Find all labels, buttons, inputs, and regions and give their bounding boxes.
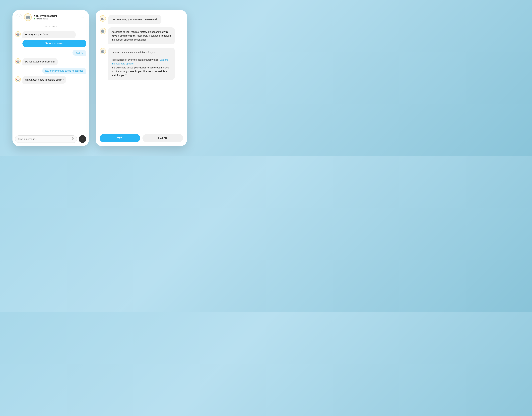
action-buttons-area: YES LATER bbox=[96, 134, 187, 142]
header-info: Abhi | WellnessGPT Always active bbox=[34, 14, 78, 20]
bot-name: Abhi | WellnessGPT bbox=[34, 14, 78, 17]
svg-rect-3 bbox=[72, 138, 73, 139]
svg-point-1 bbox=[82, 17, 83, 18]
bot-avatar-1: 🤖 bbox=[15, 31, 21, 37]
message-input[interactable] bbox=[18, 138, 69, 140]
user-message-temperature: 39,1 °C bbox=[15, 50, 86, 56]
right-bot-message-3: 🤖 Here are some recommendations for you:… bbox=[100, 48, 183, 80]
bot-avatar-2: 🤖 bbox=[15, 58, 21, 64]
svg-point-2 bbox=[83, 17, 84, 18]
right-bot-avatar-1: 🤖 bbox=[100, 15, 106, 22]
right-bot-bubble-3: Here are some recommendations for you: T… bbox=[108, 48, 175, 80]
send-button[interactable] bbox=[79, 135, 86, 143]
more-options-button[interactable] bbox=[80, 14, 86, 20]
chat-header: 🤖 Abhi | WellnessGPT Always active bbox=[12, 10, 89, 24]
bot-avatar-3: 🤖 bbox=[15, 76, 21, 82]
recommendation-antipyretics: Take a dose of over-the-counter antipyre… bbox=[112, 58, 168, 65]
user-message-diarrhea: No, only fever and strong headaches bbox=[15, 68, 86, 74]
right-bot-bubble-1: I am analyzing your answers… Please wait… bbox=[108, 15, 161, 24]
chat-messages-right: 🤖 I am analyzing your answers… Please wa… bbox=[96, 15, 187, 133]
bot-message-3: 🤖 What about a sore throat and cough? bbox=[15, 76, 86, 84]
message-input-wrapper[interactable] bbox=[15, 135, 77, 143]
right-bot-message-1: 🤖 I am analyzing your answers… Please wa… bbox=[100, 15, 183, 24]
user-bubble-temperature: 39,1 °C bbox=[72, 50, 86, 56]
recommendation-doctor: It is advisable to see your doctor for a… bbox=[112, 66, 170, 76]
left-phone: 🤖 Abhi | WellnessGPT Always active TUE 1… bbox=[12, 10, 89, 146]
bot-bubble-3: What about a sore throat and cough? bbox=[22, 76, 66, 84]
yes-button[interactable]: YES bbox=[100, 134, 140, 142]
right-phone: 🤖 I am analyzing your answers… Please wa… bbox=[96, 10, 187, 146]
svg-point-0 bbox=[81, 17, 82, 18]
right-bot-bubble-2: According to your medical history, it ap… bbox=[108, 28, 175, 44]
bot-message-2: 🤖 Do you experience diarrhea? bbox=[15, 58, 86, 66]
bot-bubble-1: How high is your fever? bbox=[22, 31, 76, 38]
microphone-icon[interactable] bbox=[71, 137, 74, 141]
bot-bubble-2: Do you experience diarrhea? bbox=[22, 58, 58, 66]
later-button[interactable]: LATER bbox=[143, 134, 183, 142]
bot-status: Always active bbox=[34, 18, 78, 20]
user-bubble-diarrhea: No, only fever and strong headaches bbox=[42, 68, 86, 74]
right-bot-avatar-3: 🤖 bbox=[100, 48, 106, 54]
recommendations-intro: Here are some recommendations for you: bbox=[112, 51, 156, 54]
back-button[interactable] bbox=[16, 14, 22, 20]
message-input-area bbox=[12, 133, 89, 146]
right-bot-avatar-2: 🤖 bbox=[100, 28, 106, 34]
message-timestamp: TUE 10:43 AM bbox=[15, 26, 86, 28]
select-answer-button[interactable]: Select answer bbox=[22, 40, 86, 47]
bot-avatar-header: 🤖 bbox=[24, 13, 32, 21]
right-bot-message-2: 🤖 According to your medical history, it … bbox=[100, 28, 183, 44]
bot-message-1: 🤖 How high is your fever? Select answer bbox=[15, 31, 86, 47]
explore-options-link[interactable]: Explore the available options bbox=[112, 58, 168, 65]
status-indicator bbox=[34, 18, 35, 19]
chat-messages-left: TUE 10:43 AM 🤖 How high is your fever? S… bbox=[12, 24, 89, 133]
